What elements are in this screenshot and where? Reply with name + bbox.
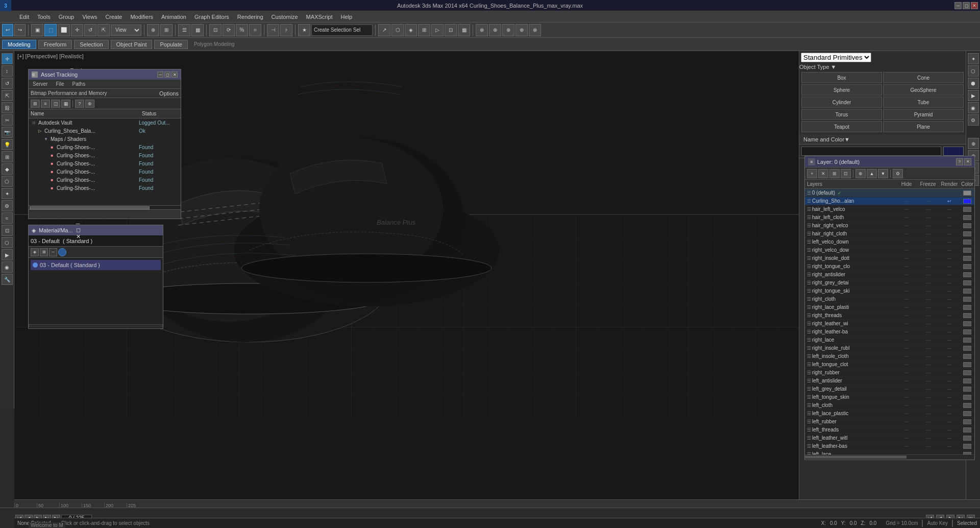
align-button[interactable]: ⊦ (280, 24, 292, 36)
minimize-button[interactable]: ─ (954, 2, 962, 9)
tool-display[interactable]: ◉ (2, 261, 13, 273)
layer-row-right-leather-ba[interactable]: ☰right_leather-ba — — — (805, 328, 974, 336)
layer-move-dn-button[interactable]: ▼ (878, 169, 888, 178)
asset-row-bmp5[interactable]: ■ Curling-Shoes-... Found (29, 176, 181, 184)
menu-tools[interactable]: Tools (33, 13, 55, 21)
reference-coord-dropdown[interactable]: View (111, 25, 141, 36)
layer-help-button[interactable]: ? (956, 158, 963, 165)
schematic-button[interactable]: ⬡ (391, 24, 404, 36)
asset-scrollbar[interactable] (29, 205, 181, 209)
mat-name-input[interactable] (31, 238, 161, 244)
layer-row-left-lace-plastic[interactable]: ☰left_lace_plastic — — — (805, 410, 974, 418)
layer-row-left-lace[interactable]: ☰left_lace — — — (805, 450, 974, 454)
layer-row-left-tongue-skin[interactable]: ☰left_tongue_skin — — — (805, 393, 974, 401)
layer-row-left-tongue-clot[interactable]: ☰left_tongue_clot — — — (805, 361, 974, 369)
snap-toggle-button[interactable]: ⊡ (209, 24, 222, 36)
object-color-swatch[interactable] (943, 147, 964, 156)
extra-btn3[interactable]: ⊕ (502, 24, 514, 36)
render-setup-button[interactable]: ⊞ (418, 24, 430, 36)
scale-button[interactable]: ⇱ (97, 24, 110, 36)
layer-row-right-rubber[interactable]: ☰right_rubber — — — (805, 369, 974, 377)
tool-link[interactable]: ⛓ (2, 102, 13, 113)
tab-freeform[interactable]: Freeform (38, 40, 72, 49)
tool-utilities[interactable]: 🔧 (2, 274, 13, 285)
menu-modifiers[interactable]: Modifiers (126, 13, 157, 21)
extra-btn2[interactable]: ⊕ (489, 24, 501, 36)
cmd-modify[interactable]: ⬡ (968, 65, 979, 77)
asset-row-bmp3[interactable]: ■ Curling-Shoes-... Found (29, 159, 181, 167)
redo-button[interactable]: ↪ (14, 24, 26, 36)
layer-add-sel-button[interactable]: ⊞ (829, 169, 840, 178)
cmd-motion[interactable]: ▶ (968, 90, 979, 101)
tool-motion[interactable]: ▶ (2, 249, 13, 260)
layer-close-button[interactable]: ✕ (964, 158, 971, 165)
asset-tb-extra[interactable]: ⊕ (85, 100, 94, 108)
std-primitives-dropdown[interactable]: Standard Primitives (801, 53, 871, 62)
btn-plane[interactable]: Plane (883, 121, 964, 132)
named-sel-input[interactable] (311, 25, 373, 36)
angle-snap-button[interactable]: ⟳ (223, 24, 235, 36)
btn-box[interactable]: Box (801, 72, 882, 83)
tool-systems[interactable]: ⚙ (2, 200, 13, 211)
layer-row-left-rubber[interactable]: ☰left_rubber — — — (805, 418, 974, 426)
curling-alan-color[interactable] (960, 199, 974, 204)
mat-tb-btn1[interactable]: ◈ (31, 248, 39, 256)
tool-move[interactable]: ↕ (2, 65, 13, 77)
cmd-display[interactable]: ◉ (968, 102, 979, 113)
asset-tb-btn1[interactable]: ⊞ (31, 100, 40, 108)
tool-unlink[interactable]: ✂ (2, 114, 13, 126)
menu-rendering[interactable]: Rendering (233, 13, 267, 21)
btn-teapot[interactable]: Teapot (801, 121, 882, 132)
layer-row-right-threads[interactable]: ☰right_threads — — — (805, 311, 974, 320)
layer-list[interactable]: ☰0 (default) ✓ ☰Curling_Sho...alan — — ↩ (805, 189, 974, 454)
layer-mgr-button[interactable]: ☰ (178, 24, 190, 36)
tool-camera[interactable]: 📷 (2, 127, 13, 138)
tool-spacewarps[interactable]: ≈ (2, 212, 13, 224)
name-and-color-title[interactable]: Name and Color ▼ (799, 134, 966, 145)
layer-row-hair-right-velco[interactable]: ☰hair_right_velco — — — (805, 222, 974, 230)
layer-0-color[interactable] (960, 190, 974, 196)
tool-light[interactable]: 💡 (2, 139, 13, 150)
asset-scroll-thumb[interactable] (30, 206, 150, 209)
asset-row-bmp2[interactable]: ■ Curling-Shoes-... Found (29, 151, 181, 159)
layer-scroll-thumb[interactable] (805, 455, 906, 459)
tool-select[interactable]: ✛ (2, 53, 13, 64)
tool-hierarchy[interactable]: ⬡ (2, 237, 13, 248)
asset-row-file[interactable]: ▷ Curling_Shoes_Bala... Ok (29, 127, 181, 135)
btn-sphere[interactable]: Sphere (801, 84, 882, 95)
asset-close-button[interactable]: ✕ (172, 71, 178, 78)
asset-row-bmp4[interactable]: ■ Curling-Shoes-... Found (29, 167, 181, 176)
btn-geosphere[interactable]: GeoSphere (883, 84, 964, 95)
asset-restore-button[interactable]: ◻ (164, 71, 170, 78)
mat-scrollbar[interactable] (29, 324, 163, 327)
tool-shapes[interactable]: ⬠ (2, 176, 13, 187)
tool-particles[interactable]: ✦ (2, 188, 13, 199)
layer-row-hair-left-velco[interactable]: ☰hair_left_velco — — — (805, 205, 974, 213)
asset-row-bmp1[interactable]: ■ Curling-Shoes-... Found (29, 143, 181, 151)
layer-row-right-lace-plasti[interactable]: ☰right_lace_plasti — — — (805, 303, 974, 311)
layer-sel-by-button[interactable]: ⊡ (841, 169, 851, 178)
ribbon-button[interactable]: ▦ (191, 24, 204, 36)
spinner-snap-button[interactable]: ⌗ (249, 24, 261, 36)
layer-props-button[interactable]: ⚙ (893, 169, 903, 178)
restore-button[interactable]: ◻ (963, 2, 970, 9)
layer-list-scrollbar[interactable] (805, 454, 974, 460)
object-name-input[interactable] (801, 147, 941, 156)
undo-button[interactable]: ↩ (2, 24, 13, 36)
render-frame-button[interactable]: ▦ (458, 24, 470, 36)
layer-row-left-velco-down[interactable]: ☰left_velco_down — — — (805, 238, 974, 246)
cmd-hierarchy[interactable]: ⬢ (968, 78, 979, 89)
btn-pyramid[interactable]: Pyramid (883, 109, 964, 120)
named-sel-button[interactable]: ★ (298, 24, 310, 36)
layer-row-hair-left-cloth[interactable]: ☰hair_left_cloth — — — (805, 213, 974, 222)
layer-row-hair-right-cloth[interactable]: ☰hair_right_cloth — — — (805, 230, 974, 238)
tab-selection[interactable]: Selection (74, 40, 108, 49)
asset-menu-file[interactable]: File (52, 81, 68, 87)
tool-rotate[interactable]: ↺ (2, 78, 13, 89)
object-type-title[interactable]: Object Type ▼ (799, 64, 966, 70)
render-button[interactable]: ▷ (431, 24, 444, 36)
select-set-button[interactable]: ⊞ (160, 24, 173, 36)
asset-menu-paths[interactable]: Paths (68, 81, 90, 87)
btn-cone[interactable]: Cone (883, 72, 964, 83)
layer-merge-button[interactable]: ⊕ (855, 169, 866, 178)
